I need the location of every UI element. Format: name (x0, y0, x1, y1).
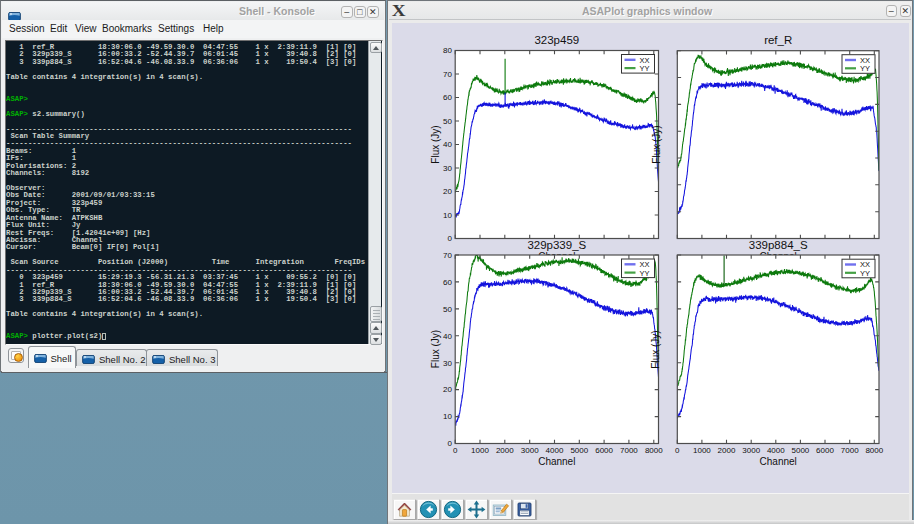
svg-text:60: 60 (443, 278, 452, 287)
svg-text:0: 0 (675, 446, 680, 455)
svg-text:7000: 7000 (620, 446, 638, 455)
svg-text:8000: 8000 (645, 446, 663, 455)
svg-text:5000: 5000 (570, 446, 588, 455)
svg-text:10: 10 (443, 412, 452, 421)
svg-text:ref_R: ref_R (764, 34, 792, 46)
svg-text:6000: 6000 (595, 446, 613, 455)
svg-text:20: 20 (443, 385, 452, 394)
svg-text:50: 50 (443, 117, 452, 126)
svg-text:Channel: Channel (760, 456, 797, 467)
svg-text:6000: 6000 (816, 446, 834, 455)
svg-text:5000: 5000 (792, 446, 810, 455)
svg-text:Flux (Jy): Flux (Jy) (430, 330, 441, 368)
svg-text:30: 30 (443, 164, 452, 173)
svg-text:2000: 2000 (718, 446, 736, 455)
svg-text:Flux (Jy): Flux (Jy) (650, 330, 661, 368)
svg-text:3000: 3000 (742, 446, 760, 455)
svg-text:70: 70 (443, 70, 452, 79)
svg-text:3000: 3000 (521, 446, 539, 455)
svg-text:329p339_S: 329p339_S (527, 239, 586, 251)
svg-text:4000: 4000 (767, 446, 785, 455)
svg-text:2000: 2000 (496, 446, 514, 455)
svg-text:1000: 1000 (471, 446, 489, 455)
svg-text:Flux (Jy): Flux (Jy) (651, 125, 662, 163)
svg-text:7000: 7000 (841, 446, 859, 455)
svg-text:60: 60 (443, 93, 452, 102)
svg-text:40: 40 (443, 332, 452, 341)
svg-text:8000: 8000 (865, 446, 883, 455)
svg-text:1000: 1000 (693, 446, 711, 455)
svg-text:Flux (Jy): Flux (Jy) (430, 125, 441, 163)
svg-text:YY: YY (640, 269, 650, 278)
svg-text:YY: YY (860, 269, 870, 278)
svg-text:10: 10 (443, 211, 452, 220)
svg-text:70: 70 (443, 251, 452, 260)
svg-text:YY: YY (860, 64, 870, 73)
svg-text:323p459: 323p459 (534, 34, 579, 46)
svg-text:0: 0 (453, 446, 458, 455)
svg-text:0: 0 (448, 234, 453, 243)
svg-text:40: 40 (443, 140, 452, 149)
svg-text:YY: YY (640, 64, 650, 73)
svg-text:20: 20 (443, 187, 452, 196)
svg-text:80: 80 (443, 46, 452, 55)
svg-text:Channel: Channel (538, 456, 575, 467)
svg-text:30: 30 (443, 359, 452, 368)
svg-text:4000: 4000 (546, 446, 564, 455)
svg-text:50: 50 (443, 305, 452, 314)
svg-text:0: 0 (448, 439, 453, 448)
svg-text:339p884_S: 339p884_S (749, 239, 808, 251)
